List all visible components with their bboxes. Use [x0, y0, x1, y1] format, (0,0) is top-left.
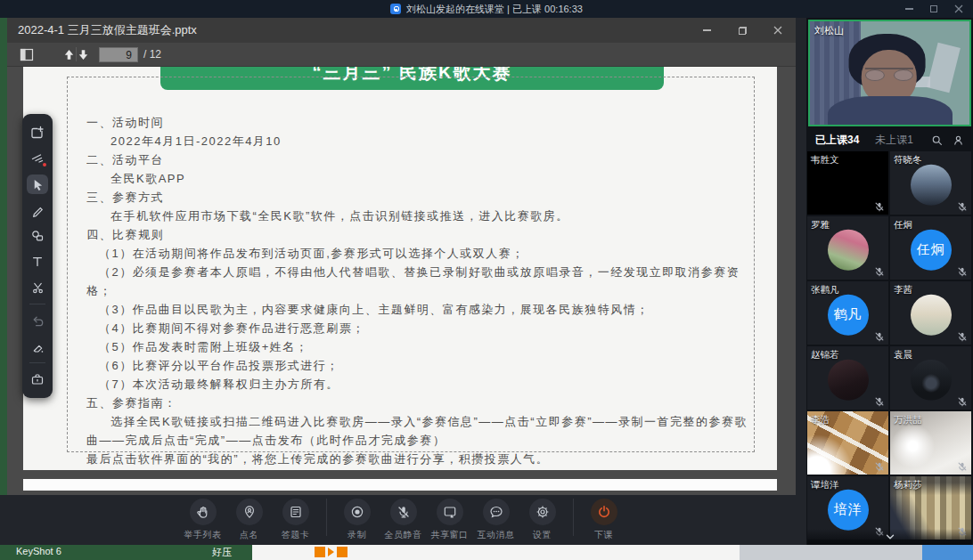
search-icon[interactable]: [931, 134, 943, 146]
student-avatar: 培洋: [828, 489, 869, 530]
student-name-label: 韦胜文: [811, 154, 839, 166]
security-shield-icon: [390, 4, 401, 14]
desktop-icon-label-keyshot[interactable]: KeyShot 6: [16, 546, 61, 556]
pen-tool-icon[interactable]: [27, 200, 48, 220]
ppt-restore-button[interactable]: [737, 25, 748, 36]
power-icon: [597, 505, 611, 519]
sidebar-panel-toggle-icon[interactable]: [20, 43, 34, 67]
slide-text-line: （1）在活动期间将作品发布到活动页面,参赛形式可以选择个人或双人赛；: [86, 244, 748, 263]
chat-messages-button[interactable]: 互动消息: [474, 499, 519, 541]
tab-not-attended[interactable]: 未上课1: [875, 133, 913, 148]
next-page-button[interactable]: [77, 43, 90, 67]
participants-sidebar: 刘松山 已上课34 未上课1 韦胜文: [806, 18, 973, 545]
member-manage-icon[interactable]: [953, 134, 964, 146]
toolbar-button-label: 点名: [240, 529, 258, 541]
answer-card-icon: [289, 505, 303, 519]
tab-attended[interactable]: 已上课34: [815, 133, 859, 148]
toolbar-button-label: 设置: [533, 529, 552, 541]
close-button[interactable]: [953, 4, 964, 14]
toolbar-group-divider: [326, 499, 327, 536]
student-tile[interactable]: 张鹳凡 鹤凡: [807, 281, 888, 345]
background-taskbar-segment: [740, 545, 922, 560]
mic-muted-icon: [957, 396, 968, 407]
ppt-viewer-window: 2022-4-1 三月三放假主题班会.pptx 9 / 12: [7, 18, 796, 495]
mic-muted-icon: [957, 266, 968, 277]
share-window-button[interactable]: 共享窗口: [428, 499, 472, 541]
end-class-button[interactable]: 下课: [582, 499, 626, 541]
ppt-close-button[interactable]: [773, 25, 783, 36]
slide-text-line: （6）比赛评分以平台作品投票形式进行；: [86, 356, 748, 375]
slide-text-line: 一、活动时间: [86, 113, 748, 132]
student-tile[interactable]: 李茜: [890, 281, 971, 345]
mic-muted-icon: [874, 266, 885, 277]
toolbox-icon[interactable]: [27, 369, 48, 389]
mute-all-button[interactable]: 全员静音: [381, 499, 426, 541]
classroom-bottom-toolbar: 举手列表 点名 答题卡 录制: [0, 495, 806, 545]
teacher-video-tile[interactable]: 刘松山: [808, 20, 971, 126]
slide-text-line: 选择全民K歌链接或扫描二维码进入比赛歌房——录入“参赛信息”——点击“立即参赛”…: [86, 412, 748, 450]
scroll-down-indicator[interactable]: [807, 529, 972, 545]
next-slide-page-edge: [23, 479, 777, 491]
student-tile[interactable]: 任炯 任炯: [890, 216, 971, 280]
shapes-tool-icon[interactable]: [27, 226, 48, 246]
classroom-app-window: 刘松山发起的在线课堂 | 已上课 00:16:33 2022-4-1 三月三放假…: [0, 0, 973, 560]
maximize-button[interactable]: [928, 4, 939, 14]
student-tile[interactable]: 李浩: [807, 411, 888, 475]
toolbar-button-label: 答题卡: [282, 529, 310, 541]
raise-hand-list-button[interactable]: 举手列表: [181, 499, 225, 541]
student-tile[interactable]: 罗雅: [807, 216, 888, 280]
student-tile[interactable]: 符晓冬: [890, 151, 971, 215]
desktop-wallpaper: KeyShot 6 好压: [0, 545, 252, 560]
student-tile[interactable]: 袁晨: [890, 346, 971, 410]
ppt-window-controls: [701, 25, 785, 36]
student-tile[interactable]: 韦胜文: [807, 151, 888, 215]
add-page-tool-icon[interactable]: [27, 123, 48, 142]
mic-muted-icon: [957, 201, 968, 212]
ppt-content-area: “三月三” 民族K歌大赛 一、活动时间 2022年4月1日-2022年4月10 …: [7, 67, 796, 495]
student-avatar: [911, 164, 952, 205]
student-name-label: 赵锦若: [811, 349, 839, 361]
mic-muted-icon: [957, 331, 968, 342]
slide-text-line: 二、活动平台: [86, 150, 748, 169]
previous-page-button[interactable]: [62, 43, 76, 67]
student-name-label: 李浩: [811, 414, 830, 426]
attendance-tabs: 已上课34 未上课1: [806, 128, 973, 151]
desktop-background-strip: KeyShot 6 好压: [0, 545, 973, 560]
toolbar-button-label: 全员静音: [385, 529, 422, 541]
student-tile[interactable]: 万洪喆: [890, 411, 971, 475]
eraser-tool-icon[interactable]: [27, 337, 48, 356]
undo-icon[interactable]: [27, 311, 48, 330]
background-taskbar-highlight: [922, 545, 973, 560]
chevron-down-icon: [884, 531, 896, 543]
mute-all-icon: [397, 505, 411, 519]
answer-card-button[interactable]: 答题卡: [274, 499, 318, 541]
ppt-file-title: 2022-4-1 三月三放假主题班会.pptx: [18, 22, 197, 38]
student-tile[interactable]: 赵锦若: [807, 346, 888, 410]
student-name-label: 谭培洋: [811, 479, 839, 491]
toolbar-button-label: 录制: [348, 529, 366, 541]
record-icon: [350, 505, 364, 519]
student-name-label: 罗雅: [811, 219, 830, 231]
teacher-name-label: 刘松山: [814, 24, 844, 37]
laser-pointer-tool-icon[interactable]: [27, 149, 48, 168]
student-avatar: [911, 294, 952, 335]
page-number-input[interactable]: 9: [99, 47, 138, 62]
drawing-tool-palette: [22, 114, 53, 398]
cut-tool-icon[interactable]: [27, 278, 48, 297]
student-name-label: 万洪喆: [894, 414, 922, 426]
text-tool-icon[interactable]: [27, 252, 48, 272]
minimize-button[interactable]: [904, 4, 914, 14]
student-name-label: 符晓冬: [894, 154, 922, 166]
ppt-minimize-button[interactable]: [701, 25, 712, 36]
student-avatar: 鹤凡: [828, 294, 869, 335]
student-avatar: [911, 359, 952, 400]
background-window-edge: [252, 545, 740, 560]
select-cursor-tool-icon[interactable]: [27, 174, 48, 194]
record-button[interactable]: 录制: [335, 499, 380, 541]
desktop-icon-label-haoya[interactable]: 好压: [212, 546, 232, 559]
background-app-logo-icon: [315, 547, 348, 557]
toolbar-button-label: 举手列表: [184, 529, 222, 541]
settings-button[interactable]: 设置: [520, 499, 565, 541]
roll-call-button[interactable]: 点名: [227, 499, 272, 541]
toolbar-button-label: 互动消息: [478, 529, 515, 541]
